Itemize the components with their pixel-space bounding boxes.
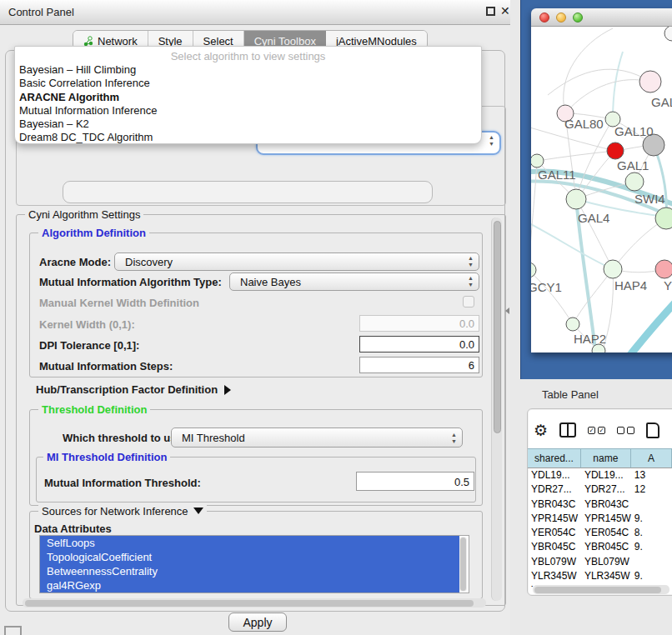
column-header[interactable]: A	[631, 448, 672, 468]
divider-handle-icon[interactable]	[505, 308, 509, 314]
columns-icon[interactable]	[559, 422, 576, 438]
manual-kernel-checkbox[interactable]	[463, 296, 474, 308]
table-cell: 8.	[631, 526, 672, 540]
scrollbar-thumb[interactable]	[25, 600, 474, 607]
checkbox-glyph: ✓	[598, 427, 605, 434]
table-row[interactable]: YBL079WYBL079W	[528, 555, 672, 569]
settings-group-title: Cyni Algorithm Settings	[25, 208, 143, 221]
data-attributes-label: Data Attributes	[34, 522, 112, 535]
attribute-list-scrollbar[interactable]	[459, 537, 467, 592]
kernel-width-label: Kernel Width (0,1):	[39, 318, 135, 331]
sources-title: Sources for Network Inference	[42, 505, 188, 518]
mi-type-combobox[interactable]: Naive Bayes ▲▼	[229, 272, 479, 291]
dropdown-item[interactable]: Dream8 DC_TDC Algorithm	[15, 131, 481, 144]
table-cell: 9.	[631, 569, 672, 583]
network-node[interactable]	[664, 27, 672, 41]
attribute-item[interactable]: SelfLoops	[40, 536, 459, 550]
network-node-gal11[interactable]	[531, 154, 544, 168]
settings-vertical-scrollbar[interactable]	[491, 218, 502, 601]
settings-horizontal-scrollbar[interactable]	[23, 598, 486, 608]
table-row[interactable]: YPR145WYPR145W9.	[528, 512, 672, 526]
column-header[interactable]: shared...	[528, 448, 581, 468]
checkbox-glyph	[627, 427, 634, 434]
network-node-y[interactable]	[655, 260, 672, 278]
gear-icon[interactable]: ⚙	[534, 422, 548, 438]
dpi-tolerance-field[interactable]: 0.0	[359, 336, 479, 352]
close-traffic-light[interactable]	[539, 12, 549, 22]
close-icon[interactable]: ✕	[500, 4, 510, 18]
network-node-hap2[interactable]	[566, 318, 579, 331]
table-cell: YDL19...	[581, 468, 631, 482]
dropdown-item[interactable]: Basic Correlation Inference	[15, 77, 481, 90]
network-node-gal4[interactable]	[566, 189, 586, 209]
hub-definition-label: Hub/Transcription Factor Definition	[36, 383, 218, 396]
combo-arrows-icon: ▲▼	[468, 275, 474, 288]
algorithm-definition-title: Algorithm Definition	[38, 227, 149, 239]
mi-steps-field[interactable]: 6	[359, 357, 479, 373]
collapsed-panel-icon[interactable]	[4, 626, 22, 635]
algorithm-dropdown-popup: Select algorithm to view settings Bayesi…	[14, 46, 482, 144]
mi-threshold-definition-title: MI Threshold Definition	[43, 451, 170, 463]
dropdown-item[interactable]: ARACNE Algorithm	[15, 91, 481, 104]
data-attributes-list[interactable]: SelfLoopsTopologicalCoefficientBetweenne…	[39, 535, 469, 593]
which-threshold-combobox[interactable]: MI Threshold ▲▼	[171, 428, 463, 448]
sources-toggle[interactable]: Sources for Network Inference	[38, 505, 207, 518]
attribute-item[interactable]: TopologicalCoefficient	[40, 550, 459, 564]
document-icon[interactable]	[646, 422, 659, 438]
column-header[interactable]: name	[581, 448, 631, 468]
network-window-titlebar[interactable]	[531, 8, 672, 27]
split-pane-divider[interactable]	[510, 0, 520, 635]
zoom-traffic-light[interactable]	[573, 12, 583, 22]
attribute-item[interactable]: BetweennessCentrality	[40, 564, 459, 578]
network-node-gcy1[interactable]	[531, 262, 536, 278]
table-row[interactable]: YDR27...YDR27...12	[528, 482, 672, 497]
expanded-arrow-icon	[193, 508, 203, 514]
minimize-traffic-light[interactable]	[556, 12, 566, 22]
table-row[interactable]: YER054CYER054C8.	[528, 526, 672, 540]
node-label: GAL1	[617, 158, 649, 172]
table-panel-title: Table Panel	[542, 388, 599, 401]
table-row[interactable]: YDL19...YDL19...13	[528, 468, 672, 482]
kernel-width-field[interactable]: 0.0	[359, 315, 479, 332]
table-cell: YDL19...	[528, 468, 581, 482]
mi-threshold-label: Mutual Information Threshold:	[44, 477, 201, 489]
table-data-combobox[interactable]	[63, 181, 433, 203]
network-node[interactable]	[607, 142, 624, 159]
table-horizontal-scrollbar[interactable]	[533, 585, 669, 594]
table-cell: 9.	[631, 512, 672, 526]
table-row[interactable]: YBR043CYBR043C	[528, 498, 672, 512]
threshold-definition-title: Threshold Definition	[38, 403, 150, 416]
checked-boxes-icon[interactable]: ✓✓	[588, 427, 605, 434]
hub-definition-toggle[interactable]: Hub/Transcription Factor Definition	[36, 383, 231, 396]
table-cell: YLR345W	[528, 569, 581, 583]
table-cell: YPR145W	[528, 512, 581, 526]
attribute-item[interactable]: gal4RGexp	[40, 578, 459, 592]
which-threshold-value: MI Threshold	[182, 432, 245, 444]
table-cell: YLR345W	[581, 569, 631, 583]
scrollbar-thumb[interactable]	[460, 538, 466, 591]
table-row[interactable]: YBR045CYBR045C9.	[528, 540, 672, 554]
manual-kernel-label: Manual Kernel Width Definition	[39, 297, 199, 309]
network-view-window[interactable]: GALGAL80GAL10GAL1GAL11SWI4GAL4GCY1HAP4YH…	[531, 8, 672, 352]
unchecked-boxes-icon[interactable]	[617, 427, 634, 434]
node-label: GCY1	[531, 280, 562, 294]
network-node-gal[interactable]	[639, 71, 661, 92]
dropdown-item[interactable]: Mutual Information Inference	[15, 104, 481, 118]
dropdown-prompt: Select algorithm to view settings	[15, 47, 481, 63]
scrollbar-thumb[interactable]	[494, 221, 501, 433]
float-window-icon[interactable]	[486, 7, 495, 16]
network-node-hap4[interactable]	[604, 260, 622, 278]
aracne-mode-combobox[interactable]: Discovery ▲▼	[114, 252, 479, 271]
network-node-gal1[interactable]	[625, 172, 644, 191]
scrollbar-thumb[interactable]	[534, 587, 661, 593]
dropdown-item[interactable]: Bayesian – K2	[15, 118, 481, 131]
network-canvas[interactable]: GALGAL80GAL10GAL1GAL11SWI4GAL4GCY1HAP4YH…	[531, 27, 672, 352]
node-label: Y	[664, 278, 672, 292]
mi-threshold-field[interactable]: 0.5	[356, 472, 474, 491]
apply-button[interactable]: Apply	[228, 612, 287, 632]
table-row[interactable]: YLR345WYLR345W9.	[528, 569, 672, 583]
table-cell: YBL079W	[581, 555, 631, 569]
table-cell	[631, 498, 672, 512]
dropdown-item[interactable]: Bayesian – Hill Climbing	[15, 63, 481, 77]
node-table: shared...nameA YDL19...YDL19...13YDR27..…	[528, 448, 672, 587]
